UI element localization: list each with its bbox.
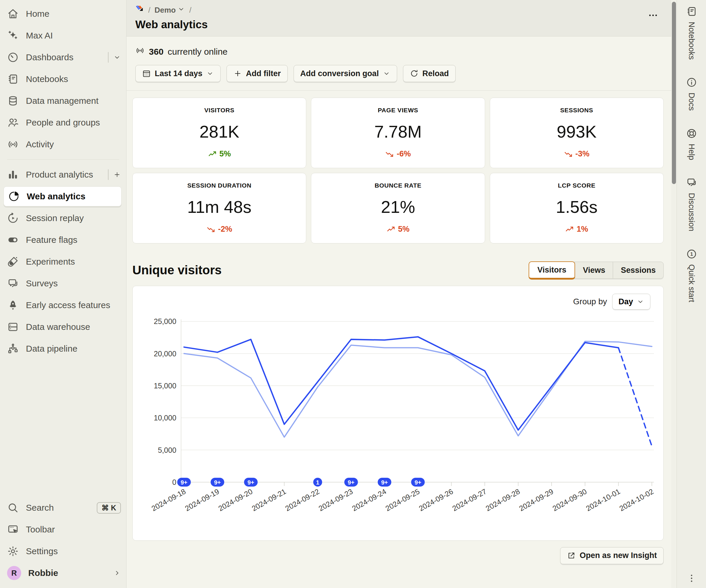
date-range-button[interactable]: Last 14 days [135, 65, 221, 82]
metric-label: VISITORS [204, 107, 234, 114]
sidebar-item-label: Data management [26, 96, 121, 106]
gear-icon [7, 545, 19, 557]
user-chevron-slot [113, 569, 121, 577]
metric-card-visitors[interactable]: VISITORS281K5% [132, 97, 306, 168]
reload-icon [410, 69, 419, 78]
line-previous-period [184, 341, 652, 437]
sidebar-item-search[interactable]: Search⌘ K [0, 497, 126, 519]
calendar-icon [142, 69, 151, 78]
group-by-select[interactable]: Day [612, 294, 651, 309]
rail-item-label: Docs [687, 93, 696, 111]
sidebar-item-product-analytics[interactable]: Product analytics [0, 164, 126, 185]
sidebar-item-data-pipeline[interactable]: Data pipeline [0, 338, 126, 360]
replay-icon [7, 212, 19, 224]
open-as-new-insight-button[interactable]: Open as new Insight [560, 547, 664, 564]
metric-change: 1% [577, 224, 588, 234]
y-tick-label: 20,000 [154, 349, 176, 358]
y-tick-label: 0 [172, 478, 176, 486]
sidebar-user-row[interactable]: R Robbie [0, 562, 126, 584]
x-tick-label: 2024-09-28 [484, 487, 521, 513]
x-tick-label: 2024-09-29 [518, 487, 555, 513]
sidebar-item-data-management[interactable]: Data management [0, 90, 126, 112]
sidebar-item-people-and-groups[interactable]: People and groups [0, 112, 126, 133]
row-accessory[interactable] [108, 169, 121, 180]
rail-item-discussion[interactable]: Discussion [686, 177, 697, 232]
metric-label: PAGE VIEWS [378, 107, 418, 114]
metric-trend: -3% [564, 149, 590, 159]
sidebar-item-label: Notebooks [26, 74, 121, 84]
y-tick-label: 5,000 [158, 446, 176, 454]
divider [108, 169, 109, 180]
page-content: 360 currently online Last 14 days Add fi… [126, 36, 671, 588]
reload-label: Reload [422, 69, 449, 78]
tab-views[interactable]: Views [575, 262, 613, 279]
metric-value: 1.56s [556, 197, 597, 217]
metric-tabs: VisitorsViewsSessions [529, 262, 664, 279]
sidebar-item-home[interactable]: Home [0, 3, 126, 25]
metric-change: 5% [220, 149, 231, 159]
sidebar-item-web-analytics[interactable]: Web analytics [3, 186, 121, 206]
sidebar-item-feature-flags[interactable]: Feature flags [0, 229, 126, 251]
annotation-badge-label: 9+ [181, 479, 187, 486]
online-text: currently online [168, 47, 227, 57]
metric-card-lcp-score[interactable]: LCP SCORE1.56s1% [490, 173, 664, 243]
sidebar-item-experiments[interactable]: Experiments [0, 251, 126, 272]
rail-item-help[interactable]: Help [686, 128, 697, 160]
tab-visitors[interactable]: Visitors [528, 261, 576, 280]
sidebar-item-settings[interactable]: Settings [0, 540, 126, 562]
x-tick-label: 2024-09-24 [351, 487, 388, 513]
posthog-logo[interactable] [135, 5, 144, 15]
x-tick-label: 2024-09-25 [384, 487, 421, 513]
sidebar-item-data-warehouse[interactable]: Data warehouse [0, 316, 126, 338]
rail-item-docs[interactable]: Docs [686, 77, 697, 111]
metric-value: 7.78M [374, 122, 422, 141]
trenddown-icon [206, 225, 215, 234]
row-accessory[interactable] [108, 52, 121, 62]
line-chart-svg: 2024-09-182024-09-192024-09-202024-09-21… [137, 309, 659, 540]
add-filter-button[interactable]: Add filter [227, 65, 288, 82]
more-options-button[interactable] [648, 10, 658, 22]
metric-card-session-duration[interactable]: SESSION DURATION11m 48s-2% [132, 173, 306, 243]
reload-button[interactable]: Reload [403, 65, 456, 82]
sidebar-item-session-replay[interactable]: Session replay [0, 207, 126, 229]
metric-card-bounce-rate[interactable]: BOUNCE RATE21%5% [311, 173, 485, 243]
add-conversion-goal-button[interactable]: Add conversion goal [293, 65, 397, 82]
date-range-label: Last 14 days [155, 69, 202, 78]
x-tick-label: 2024-09-21 [250, 487, 287, 513]
sidebar-item-notebooks[interactable]: Notebooks [0, 68, 126, 90]
tab-sessions[interactable]: Sessions [613, 262, 663, 279]
metric-change: -2% [218, 224, 232, 234]
metric-trend: 1% [565, 224, 588, 234]
sidebar-bottom-nav: Search⌘ KToolbarSettings [0, 497, 126, 562]
group-by-value: Day [618, 297, 633, 306]
breadcrumb-project[interactable]: Demo [154, 5, 185, 15]
metric-value: 993K [557, 122, 596, 141]
metric-label: SESSION DURATION [187, 182, 251, 189]
scrollbar-thumb[interactable] [672, 2, 676, 184]
rail-item-label: Quick start [687, 264, 696, 302]
metric-value: 11m 48s [187, 197, 251, 217]
metric-value: 281K [199, 122, 239, 141]
sidebar-item-activity[interactable]: Activity [0, 133, 126, 155]
sidebar-item-dashboards[interactable]: Dashboards [0, 46, 126, 68]
metric-label: SESSIONS [560, 107, 593, 114]
sidebar-item-label: Experiments [26, 257, 121, 267]
metric-card-sessions[interactable]: SESSIONS993K-3% [490, 97, 664, 168]
pie-icon [8, 191, 20, 202]
sidebar-item-surveys[interactable]: Surveys [0, 272, 126, 294]
rail-item-notebooks[interactable]: Notebooks [686, 6, 697, 60]
circle1-icon: 1 [686, 248, 697, 260]
sidebar-item-max-ai[interactable]: Max AI [0, 25, 126, 46]
sidebar-item-early-access-features[interactable]: Early access features [0, 294, 126, 316]
rail-item-quick-start[interactable]: 1Quick start [686, 248, 697, 302]
chevron-down-icon [637, 298, 644, 305]
logo-icon [135, 5, 144, 13]
rail-more-button[interactable] [687, 573, 697, 585]
sidebar-products-nav: Product analyticsWeb analyticsSession re… [0, 164, 126, 360]
sidebar-item-toolbar[interactable]: Toolbar [0, 519, 126, 540]
toggle-icon [7, 234, 19, 246]
chevron-down-icon [383, 70, 390, 77]
x-tick-label: 2024-09-18 [150, 487, 187, 513]
plus-icon [113, 171, 121, 178]
metric-card-page-views[interactable]: PAGE VIEWS7.78M-6% [311, 97, 485, 168]
